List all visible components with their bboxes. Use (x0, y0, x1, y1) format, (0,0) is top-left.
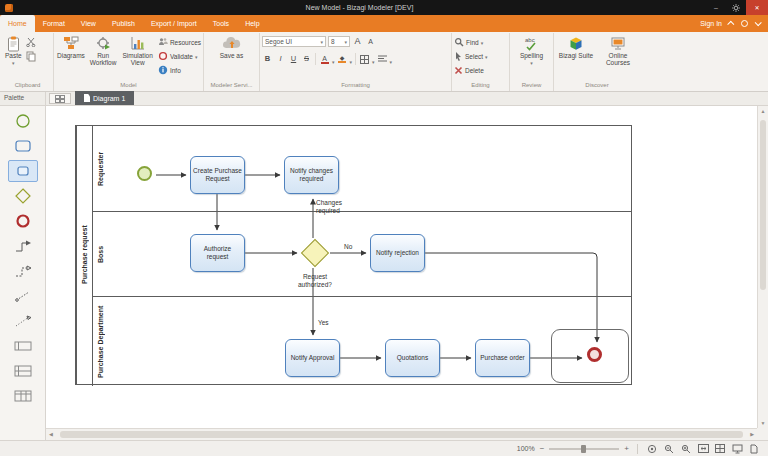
fill-color-button[interactable]: ◆ (337, 54, 348, 65)
grow-font-button[interactable]: A (352, 36, 363, 47)
online-courses-button[interactable]: Online Courses (599, 34, 637, 68)
find-dropdown-icon[interactable] (481, 39, 484, 46)
online-courses-icon (610, 35, 626, 52)
font-name-select[interactable]: Segoe UI (262, 36, 326, 47)
save-as-button[interactable]: Save as (214, 34, 250, 60)
palette-start-event-tool[interactable] (8, 110, 38, 132)
palette-association-tool[interactable] (8, 285, 38, 307)
diagrams-button[interactable]: Diagrams (56, 34, 86, 60)
pool-purchase-request[interactable]: Purchase request Requester Boss Purchase… (75, 125, 632, 385)
tab-export-import[interactable]: Export / Import (143, 15, 205, 32)
settings-gear-icon[interactable] (726, 0, 746, 15)
palette-end-event-tool[interactable] (8, 210, 38, 232)
tab-view[interactable]: View (73, 15, 104, 32)
palette-sequence-flow-tool[interactable] (8, 235, 38, 257)
task-create-purchase-request[interactable]: Create Purchase Request (190, 156, 245, 194)
zoom-out-tool-button[interactable] (663, 443, 675, 455)
shrink-font-button[interactable]: A (365, 36, 376, 47)
font-color-button[interactable]: A (319, 54, 330, 65)
diagram-list-button[interactable] (49, 93, 71, 104)
options-chevron-icon[interactable] (755, 19, 762, 26)
task-quotations[interactable]: Quotations (385, 339, 440, 377)
vertical-scrollbar[interactable]: ▲ ▼ (757, 106, 768, 428)
lane-boss[interactable]: Boss (92, 211, 631, 296)
italic-button[interactable]: I (275, 54, 286, 65)
tab-home[interactable]: Home (0, 15, 35, 32)
task-purchase-order[interactable]: Purchase order (475, 339, 530, 377)
horizontal-scroll-thumb[interactable] (60, 431, 743, 438)
palette-data-association-tool[interactable] (8, 310, 38, 332)
spelling-button[interactable]: abc Spelling (515, 34, 549, 68)
copy-button[interactable] (24, 50, 38, 62)
palette-pool-tool[interactable] (8, 335, 38, 357)
horizontal-scrollbar[interactable]: ◀ ▶ (46, 428, 757, 440)
palette-milestone-tool[interactable] (8, 385, 38, 407)
zoom-slider[interactable] (549, 448, 619, 450)
tab-tools[interactable]: Tools (205, 15, 237, 32)
fit-to-screen-button[interactable] (697, 443, 709, 455)
minimize-button[interactable] (706, 0, 726, 15)
vertical-scroll-thumb[interactable] (760, 120, 766, 290)
palette-gateway-tool[interactable] (8, 185, 38, 207)
run-workflow-button[interactable]: Run Workflow (87, 34, 120, 68)
paste-dropdown-icon[interactable] (12, 59, 15, 66)
select-button[interactable]: Select (454, 50, 488, 62)
fill-color-dropdown-icon[interactable] (350, 50, 353, 68)
info-button[interactable]: Info (158, 64, 201, 76)
tab-help[interactable]: Help (237, 15, 267, 32)
scroll-up-icon[interactable]: ▲ (758, 108, 768, 114)
diagram-canvas[interactable]: Purchase request Requester Boss Purchase… (46, 106, 757, 428)
resources-button[interactable]: Resources (158, 36, 201, 48)
bold-button[interactable]: B (262, 54, 273, 65)
palette-task-tool[interactable] (8, 135, 38, 157)
tab-publish[interactable]: Publish (104, 15, 143, 32)
delete-button[interactable]: Delete (454, 64, 488, 76)
font-size-select[interactable]: 8 (328, 36, 350, 47)
reset-zoom-button[interactable] (646, 443, 658, 455)
collapse-ribbon-icon[interactable] (727, 21, 734, 28)
align-button[interactable] (377, 54, 388, 65)
spelling-dropdown-icon[interactable] (530, 59, 533, 66)
end-event[interactable] (587, 347, 602, 362)
task-notify-approval[interactable]: Notify Approval (285, 339, 340, 377)
zoom-in-button[interactable]: + (624, 445, 629, 453)
strikethrough-button[interactable]: S (301, 54, 312, 65)
underline-button[interactable]: U (288, 54, 299, 65)
feedback-icon[interactable] (741, 20, 748, 27)
align-dropdown-icon[interactable] (390, 50, 393, 68)
zoom-out-button[interactable]: − (540, 445, 545, 453)
task-notify-rejection[interactable]: Notify rejection (370, 234, 425, 272)
task-notify-changes-required[interactable]: Notify changes required (284, 156, 339, 194)
start-event[interactable] (137, 166, 152, 181)
zoom-in-tool-button[interactable] (680, 443, 692, 455)
page-layout-button[interactable] (748, 443, 760, 455)
validate-dropdown-icon[interactable] (195, 53, 198, 60)
scroll-left-icon[interactable]: ◀ (49, 431, 53, 437)
grid-view-button[interactable] (714, 443, 726, 455)
bizagi-suite-cube-icon (568, 35, 584, 52)
lane-requester[interactable]: Requester (92, 126, 631, 211)
close-button[interactable] (746, 0, 768, 15)
simulation-view-button[interactable]: Simulation View (120, 34, 155, 68)
palette-lane-tool[interactable] (8, 360, 38, 382)
font-color-dropdown-icon[interactable] (332, 50, 335, 68)
scroll-down-icon[interactable]: ▼ (758, 420, 768, 426)
cut-button[interactable] (24, 36, 38, 48)
palette-task-tool-selected[interactable] (8, 160, 38, 182)
find-button[interactable]: Find (454, 36, 488, 48)
zoom-slider-thumb[interactable] (581, 445, 586, 453)
task-icon (13, 138, 33, 154)
validate-button[interactable]: Validate (158, 50, 201, 62)
tab-diagram-1[interactable]: Diagram 1 (75, 91, 134, 105)
palette-message-flow-tool[interactable] (8, 260, 38, 282)
select-dropdown-icon[interactable] (485, 53, 488, 60)
sign-in-link[interactable]: Sign In (700, 20, 722, 27)
tab-format[interactable]: Format (35, 15, 73, 32)
borders-dropdown-icon[interactable] (372, 50, 375, 68)
borders-button[interactable] (359, 54, 370, 65)
bizagi-suite-button[interactable]: Bizagi Suite (557, 34, 595, 60)
scroll-right-icon[interactable]: ▶ (750, 431, 754, 437)
task-authorize-request[interactable]: Authorize request (190, 234, 245, 272)
presentation-mode-button[interactable] (731, 443, 743, 455)
paste-button[interactable]: Paste (4, 34, 23, 68)
